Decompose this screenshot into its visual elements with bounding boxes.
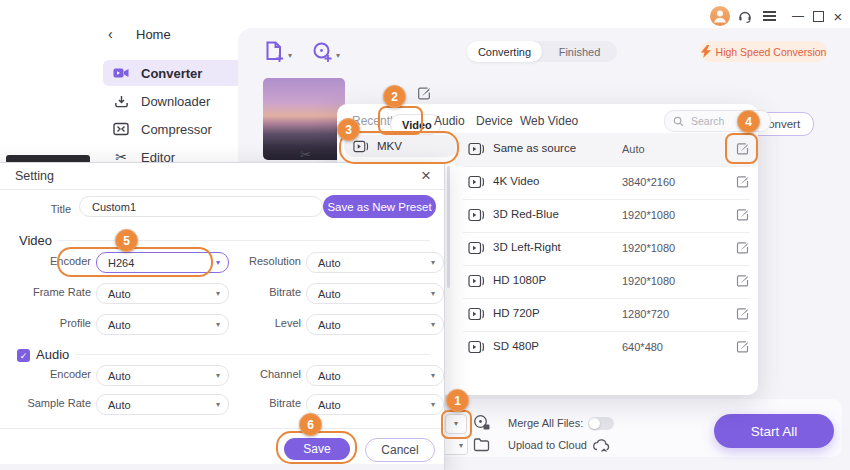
edit-settings-icon[interactable] — [735, 240, 750, 258]
app-window: — × ‹ Home Converter Downloader Compress… — [0, 0, 850, 470]
upload-to-cloud-label: Upload to Cloud — [508, 439, 587, 451]
bitrate-select[interactable]: Auto▾ — [306, 283, 444, 304]
chevron-down-icon: ▾ — [431, 321, 435, 329]
add-dvd-button[interactable] — [312, 41, 333, 65]
channel-label: Channel — [213, 368, 301, 380]
video-camera-icon — [468, 175, 485, 189]
tab-converting[interactable]: Converting — [467, 41, 542, 62]
frame-rate-select[interactable]: Auto▾ — [96, 283, 229, 304]
audio-checkbox[interactable]: ✓ — [17, 349, 30, 362]
tab-device[interactable]: Device — [476, 114, 513, 128]
bitrate-label: Bitrate — [213, 286, 301, 298]
conversion-settings-icon[interactable] — [473, 414, 490, 434]
channel-value: Auto — [318, 370, 341, 382]
tab-finished[interactable]: Finished — [542, 41, 617, 62]
edit-settings-icon[interactable] — [735, 141, 750, 159]
minimize-button[interactable]: — — [790, 8, 806, 24]
format-item-mkv[interactable]: MKV — [344, 135, 458, 157]
audio-encoder-select[interactable]: Auto▾ — [96, 365, 229, 386]
format-row[interactable]: HD 720P 1280*720 — [455, 298, 758, 331]
edit-settings-icon[interactable] — [735, 339, 750, 357]
video-camera-icon — [468, 241, 485, 255]
cancel-button[interactable]: Cancel — [365, 438, 435, 462]
close-button[interactable]: × — [830, 8, 846, 24]
setting-dialog: Setting × Title Save as New Preset Video… — [0, 162, 445, 470]
dialog-close-icon[interactable]: × — [421, 166, 431, 186]
video-section-header: Video — [19, 233, 52, 248]
save-as-new-preset-button[interactable]: Save as New Preset — [323, 195, 436, 218]
format-resolution: 640*480 — [622, 341, 663, 353]
lightning-icon — [701, 45, 711, 58]
tab-web-video[interactable]: Web Video — [520, 114, 578, 128]
chevron-down-icon: ▾ — [431, 290, 435, 298]
dialog-title: Setting — [15, 169, 54, 183]
edit-settings-icon[interactable] — [735, 207, 750, 225]
chevron-down-icon: ▾ — [431, 372, 435, 380]
resolution-select[interactable]: Auto▾ — [306, 252, 444, 273]
sample-rate-select[interactable]: Auto▾ — [96, 394, 229, 415]
sidebar-item-downloader[interactable]: Downloader — [103, 88, 243, 114]
audio-section-header: Audio — [36, 347, 69, 362]
back-chevron-icon[interactable]: ‹ — [108, 26, 113, 42]
high-speed-badge[interactable]: High Speed Conversion — [700, 41, 827, 62]
tab-audio[interactable]: Audio — [434, 114, 465, 128]
step-badge-4: 4 — [737, 110, 760, 133]
edit-settings-icon[interactable] — [735, 174, 750, 192]
bitrate-value: Auto — [318, 288, 341, 300]
format-row[interactable]: 4K Video 3840*2160 — [455, 166, 758, 199]
edit-settings-icon[interactable] — [735, 306, 750, 324]
format-resolution: 1280*720 — [622, 308, 669, 320]
chevron-down-icon: ▾ — [459, 442, 463, 450]
format-row[interactable]: 3D Red-Blue 1920*1080 — [455, 199, 758, 232]
video-format-icon — [353, 140, 369, 153]
profile-select[interactable]: Auto▾ — [96, 314, 229, 335]
audio-bitrate-select[interactable]: Auto▾ — [306, 394, 444, 415]
format-row[interactable]: HD 1080P 1920*1080 — [455, 265, 758, 298]
encoder-select[interactable]: H264▾ — [96, 252, 229, 273]
dialog-bottom-strip — [0, 464, 444, 470]
profile-value: Auto — [108, 319, 131, 331]
edit-settings-icon[interactable] — [735, 273, 750, 291]
title-input[interactable] — [79, 196, 323, 217]
folder-icon[interactable] — [473, 437, 490, 455]
view-toggle: Converting Finished — [467, 41, 617, 62]
format-row[interactable]: Same as source Auto — [455, 133, 758, 166]
sidebar-home-label[interactable]: Home — [136, 27, 171, 42]
support-headset-icon[interactable] — [737, 8, 753, 27]
format-row[interactable]: 3D Left-Right 1920*1080 — [455, 232, 758, 265]
menu-icon[interactable] — [763, 11, 776, 21]
scrollbar[interactable] — [447, 166, 450, 288]
sidebar-item-compressor[interactable]: Compressor — [103, 116, 243, 142]
edit-name-icon[interactable] — [416, 85, 432, 104]
encoder-value: H264 — [108, 257, 134, 269]
format-resolution: 1920*1080 — [622, 209, 675, 221]
step-badge-3: 3 — [337, 118, 360, 141]
cloud-upload-icon[interactable] — [592, 437, 612, 456]
format-name: HD 1080P — [493, 274, 546, 286]
merge-toggle[interactable] — [588, 417, 614, 430]
save-button[interactable]: Save — [284, 438, 350, 460]
add-dvd-caret[interactable]: ▾ — [336, 47, 340, 61]
sidebar-item-converter[interactable]: Converter — [103, 60, 243, 86]
channel-select[interactable]: Auto▾ — [306, 365, 444, 386]
trim-scissors-icon[interactable]: ✂ — [300, 147, 311, 162]
maximize-button[interactable] — [810, 8, 826, 24]
section-divider — [76, 354, 430, 355]
encoder-label: Encoder — [3, 255, 91, 267]
add-file-button[interactable] — [263, 40, 285, 65]
format-row[interactable]: SD 480P 640*480 — [455, 331, 758, 364]
download-icon — [113, 93, 129, 109]
start-all-button[interactable]: Start All — [714, 414, 834, 448]
sidebar-item-label: Converter — [141, 66, 202, 81]
format-dropdown-button[interactable]: ▾ — [445, 414, 467, 434]
format-resolution: Auto — [622, 143, 645, 155]
format-resolution: 3840*2160 — [622, 176, 675, 188]
user-avatar[interactable] — [710, 6, 730, 26]
video-camera-icon — [468, 142, 485, 156]
level-select[interactable]: Auto▾ — [306, 314, 444, 335]
video-camera-icon — [468, 208, 485, 222]
video-camera-icon — [468, 274, 485, 288]
add-file-caret[interactable]: ▾ — [288, 47, 292, 61]
frame-rate-value: Auto — [108, 288, 131, 300]
section-divider — [58, 240, 430, 241]
